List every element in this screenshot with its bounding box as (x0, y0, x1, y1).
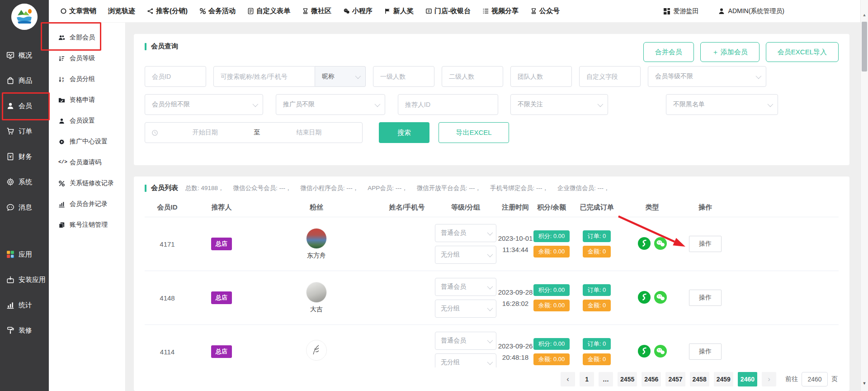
member-excel-import-button[interactable]: 会员EXCEL导入 (766, 42, 839, 62)
page-button[interactable]: 1 (580, 372, 594, 386)
topnav-item-official-account[interactable]: 公众号 (530, 7, 560, 15)
page-button[interactable]: 2458 (690, 372, 709, 386)
list-panel-title: 会员列表 (145, 184, 178, 192)
page-button[interactable]: 2459 (714, 372, 733, 386)
stat-wechat-mini: 微信小程序会员: ---， (300, 185, 359, 191)
level2-count-input[interactable] (442, 66, 503, 87)
register-time: 11:34:44 (502, 244, 528, 255)
action-cell: 操作 (680, 290, 730, 306)
merge-members-button[interactable]: 合并会员 (643, 42, 694, 62)
follow-filter-select[interactable]: 不限关注 (510, 94, 608, 115)
sidebar-item-statistics[interactable]: 统计 (0, 292, 49, 318)
chevron-down-icon (768, 101, 774, 107)
submenu-item-member-settings[interactable]: 会员设置 (49, 110, 125, 131)
page-button-active[interactable]: 2460 (738, 372, 757, 386)
workspace-switcher[interactable]: 爱游盐田 (663, 7, 699, 15)
custom-field-input[interactable] (579, 66, 641, 87)
store-icon: 0 (425, 8, 432, 14)
level1-count-input[interactable] (373, 66, 434, 87)
page-button[interactable]: 2455 (618, 372, 637, 386)
sidebar-item-system[interactable]: 系统 (0, 169, 49, 195)
type-cell (624, 237, 680, 252)
sidebar-item-decoration[interactable]: 装修 (0, 318, 49, 343)
sidebar-item-goods[interactable]: 商品 (0, 68, 49, 93)
scrollbar-down-arrow[interactable]: ▼ (861, 381, 868, 386)
page-button[interactable]: 2456 (642, 372, 661, 386)
member-level-select[interactable]: 普通会员 (435, 332, 496, 350)
submenu-item-account-cancellation[interactable]: 账号注销管理 (49, 215, 125, 235)
start-date-placeholder[interactable]: 开始日期 (158, 129, 252, 137)
user-menu[interactable]: ADMIN(系统管理员) (718, 7, 784, 15)
stat-total: 总数: 49188， (185, 185, 224, 191)
row-action-button[interactable]: 操作 (689, 236, 722, 252)
member-group-select[interactable]: 无分组 (435, 300, 496, 318)
fan-cell (253, 340, 380, 363)
member-id-input[interactable] (145, 66, 206, 87)
scrollbar-thumb[interactable] (862, 22, 867, 72)
submenu-item-member-groups[interactable]: AZ 会员分组 (49, 69, 125, 90)
search-button[interactable]: 搜索 (379, 122, 429, 143)
page-ellipsis[interactable]: … (599, 372, 613, 386)
topnav-item-micro-community[interactable]: 微社区 (302, 7, 331, 15)
add-member-button[interactable]: ＋ 添加会员 (700, 42, 760, 62)
keyword-search-input[interactable] (213, 66, 315, 87)
row-action-button[interactable]: 操作 (689, 343, 722, 360)
topnav-item-browse-track[interactable]: 浏览轨迹 (108, 7, 135, 15)
svg-text:0: 0 (428, 10, 430, 13)
sidebar-item-install-apps[interactable]: 安装应用 (0, 267, 49, 292)
topnav-item-article-marketing[interactable]: 文章营销 (60, 7, 96, 15)
topnav-item-custom-form[interactable]: 自定义表单 (247, 7, 290, 15)
list-icon (482, 8, 489, 14)
topnav-item-video-share[interactable]: 视频分享 (482, 7, 519, 15)
submenu-item-qualification[interactable]: 资格申请 (49, 90, 125, 110)
prev-page-button[interactable]: ‹ (561, 372, 575, 386)
scrollbar-up-arrow[interactable]: ▲ (861, 13, 868, 17)
stat-app: APP会员: ---， (368, 185, 408, 191)
gear-icon (6, 178, 14, 186)
member-grade-select[interactable]: 会员等级不限 (648, 66, 766, 87)
topnav-item-store-cashier[interactable]: 0 门店-收银台 (425, 7, 471, 15)
submenu-item-merge-log[interactable]: 会员合并记录 (49, 194, 125, 215)
referrer-cell: 总店 (190, 345, 253, 358)
jump-page-input[interactable] (802, 372, 828, 386)
referrer-id-input[interactable] (398, 94, 498, 115)
member-group-select[interactable]: 无分组 (435, 353, 496, 367)
col-completed-orders: 已完成订单 (570, 203, 624, 212)
export-excel-button[interactable]: 导出EXCEL (439, 122, 509, 143)
date-range-picker[interactable]: 开始日期 至 结束日期 (145, 122, 363, 143)
amount-chip: 金额: 0 (583, 353, 611, 365)
submenu-item-all-members[interactable]: 全部会员 (49, 27, 125, 48)
promoter-select[interactable]: 推广员不限 (276, 94, 385, 115)
referrer-cell: 总店 (190, 291, 253, 304)
submenu-item-invite-code[interactable]: </> 会员邀请码 (49, 152, 125, 173)
submenu-item-promo-center-settings[interactable]: 推广中心设置 (49, 131, 125, 152)
member-level-select[interactable]: 普通会员 (435, 224, 496, 242)
member-group-select[interactable]: 会员分组不限 (145, 94, 263, 115)
topnav-item-new-user-award[interactable]: 新人奖 (384, 7, 414, 15)
sidebar-item-messages[interactable]: 消息 (0, 195, 49, 220)
sidebar-item-apps[interactable]: 应用 (0, 242, 49, 267)
team-count-input[interactable] (510, 66, 572, 87)
topnav-item-mini-program[interactable]: 小程序 (343, 7, 373, 15)
row-action-button[interactable]: 操作 (689, 290, 722, 306)
blacklist-filter-select[interactable]: 不限黑名单 (666, 94, 778, 115)
sidebar-item-orders[interactable]: 订单 (0, 119, 49, 144)
submenu-item-member-levels[interactable]: 会员等级 (49, 48, 125, 69)
page-button[interactable]: 2457 (665, 372, 685, 386)
end-date-placeholder[interactable]: 结束日期 (262, 129, 356, 137)
col-type: 类型 (624, 203, 680, 212)
jump-label: 前往 (785, 375, 798, 383)
topbar-right: 爱游盐田 ADMIN(系统管理员) (663, 0, 784, 23)
topnav-item-events[interactable]: 会务活动 (199, 7, 236, 15)
topnav-item-distribution[interactable]: 推客(分销) (147, 7, 188, 15)
sidebar-item-finance[interactable]: ¥ 财务 (0, 144, 49, 169)
member-level-select[interactable]: 普通会员 (435, 278, 496, 296)
share-icon (147, 8, 154, 14)
submenu-item-relation-chain-log[interactable]: 关系链修改记录 (49, 173, 125, 194)
table-header-row: 会员ID 推荐人 粉丝 姓名/手机号 等级/分组 注册时间 积分/余额 已完成订… (145, 198, 839, 217)
next-page-button[interactable]: › (762, 372, 776, 386)
keyword-type-select[interactable]: 昵称 (315, 66, 366, 87)
member-group-select[interactable]: 无分组 (435, 246, 496, 264)
sidebar-item-overview[interactable]: 概况 (0, 43, 49, 68)
sidebar-item-members[interactable]: 会员 (0, 93, 49, 119)
